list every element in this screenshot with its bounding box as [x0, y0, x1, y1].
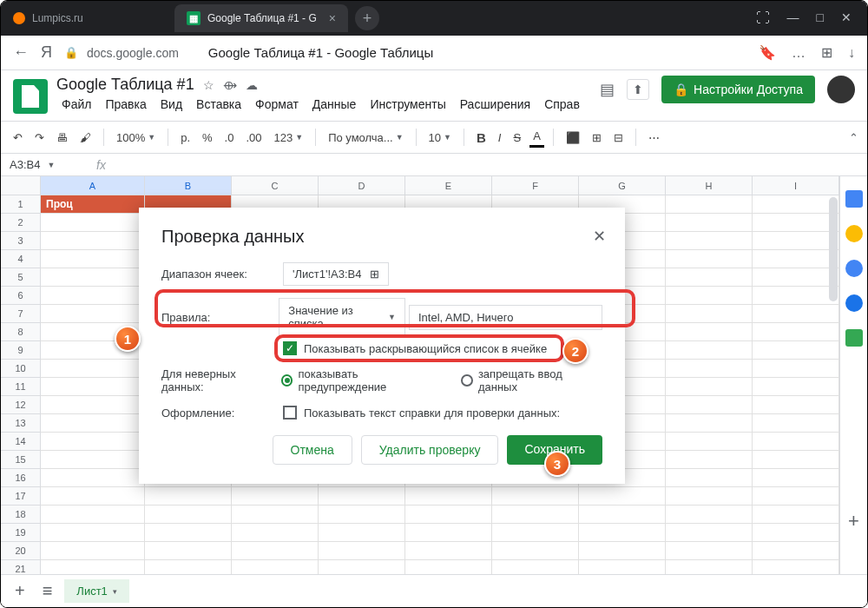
redo-button[interactable]: ↷ [31, 129, 48, 147]
cell[interactable] [579, 487, 666, 506]
menu-tools[interactable]: Инструменты [365, 96, 450, 113]
menu-file[interactable]: Файл [56, 96, 96, 113]
cell[interactable] [492, 542, 579, 560]
cell[interactable] [666, 305, 753, 323]
cell[interactable] [666, 250, 753, 268]
row-header[interactable]: 11 [1, 378, 41, 396]
cell[interactable] [666, 378, 753, 396]
row-header[interactable]: 14 [1, 433, 41, 451]
add-sheet-button[interactable]: + [10, 581, 30, 601]
cell[interactable] [405, 487, 492, 506]
row-header[interactable]: 10 [1, 360, 41, 378]
cell[interactable] [145, 524, 232, 542]
cell[interactable] [41, 414, 145, 433]
move-icon[interactable]: ⟴ [223, 78, 237, 92]
cell[interactable] [753, 195, 839, 214]
menu-insert[interactable]: Вставка [191, 96, 247, 113]
close-window-icon[interactable]: ✕ [841, 10, 852, 26]
select-all-corner[interactable] [1, 176, 41, 195]
tasks-icon[interactable] [845, 260, 863, 277]
cell[interactable] [753, 250, 839, 268]
zoom-dropdown[interactable]: 100%▼ [113, 129, 159, 147]
cell[interactable] [666, 451, 753, 469]
cell[interactable] [41, 268, 145, 287]
italic-button[interactable]: I [495, 129, 505, 147]
cell[interactable] [666, 232, 753, 250]
cell[interactable] [666, 323, 753, 341]
keep-icon[interactable] [845, 225, 863, 242]
contacts-icon[interactable] [845, 294, 863, 312]
cell[interactable] [753, 396, 839, 414]
share-button[interactable]: 🔒 Настройки Доступа [661, 76, 815, 103]
row-header[interactable]: 18 [1, 506, 41, 524]
cell[interactable] [666, 469, 753, 487]
cell[interactable] [753, 414, 839, 433]
text-color-button[interactable]: A [529, 127, 544, 148]
cell[interactable] [666, 214, 753, 232]
maximize-icon[interactable]: □ [817, 10, 824, 26]
column-header[interactable]: F [492, 176, 579, 195]
cell[interactable] [41, 469, 145, 487]
yandex-button[interactable]: Я [41, 43, 52, 62]
row-header[interactable]: 15 [1, 451, 41, 469]
menu-extensions[interactable]: Расширения [455, 96, 536, 113]
cell[interactable] [41, 287, 145, 305]
cell[interactable] [666, 268, 753, 287]
row-header[interactable]: 5 [1, 268, 41, 287]
cell[interactable] [492, 506, 579, 524]
add-on-plus-icon[interactable]: + [848, 510, 859, 532]
cell[interactable] [41, 542, 145, 560]
row-header[interactable]: 7 [1, 305, 41, 323]
cell[interactable] [753, 506, 839, 524]
strike-button[interactable]: S [510, 129, 524, 147]
cell[interactable] [145, 487, 232, 506]
column-header[interactable]: G [579, 176, 666, 195]
cell[interactable] [753, 268, 839, 287]
cell[interactable] [232, 542, 319, 560]
cell[interactable] [753, 378, 839, 396]
cell[interactable] [41, 214, 145, 232]
url-box[interactable]: 🔒 docs.google.com [64, 46, 179, 60]
rules-values-input[interactable]: Intel, AMD, Ничего [409, 305, 602, 330]
cell-range-input[interactable]: 'Лист1'!A3:B4 ⊞ [283, 262, 389, 286]
extensions-icon[interactable]: ⊞ [821, 44, 832, 61]
cell[interactable] [405, 542, 492, 560]
download-icon[interactable]: ↓ [848, 45, 855, 61]
row-header[interactable]: 9 [1, 341, 41, 360]
cell[interactable] [41, 524, 145, 542]
browser-tab-inactive[interactable]: Lumpics.ru [1, 4, 174, 32]
cell[interactable] [753, 469, 839, 487]
bookmark-icon[interactable]: 🔖 [759, 44, 776, 61]
calendar-icon[interactable] [845, 190, 863, 208]
number-format-dropdown[interactable]: 123▼ [271, 129, 307, 147]
scrollbar-vertical[interactable] [829, 197, 838, 301]
cell[interactable] [753, 341, 839, 360]
cell[interactable] [41, 396, 145, 414]
cell[interactable] [753, 542, 839, 560]
row-header[interactable]: 19 [1, 524, 41, 542]
bold-button[interactable]: B [473, 128, 490, 148]
cell[interactable] [753, 487, 839, 506]
cell[interactable] [41, 232, 145, 250]
decrease-decimal-button[interactable]: .0 [221, 129, 238, 147]
cell[interactable] [319, 542, 405, 560]
row-header[interactable]: 2 [1, 214, 41, 232]
collapse-toolbar-icon[interactable]: ⌃ [849, 131, 858, 144]
grid-picker-icon[interactable]: ⊞ [370, 268, 379, 281]
cell[interactable] [666, 341, 753, 360]
sheet-tab-active[interactable]: Лист1 ▾ [64, 579, 128, 603]
dialog-close-button[interactable]: ✕ [593, 227, 606, 246]
row-header[interactable]: 3 [1, 232, 41, 250]
row-header[interactable]: 6 [1, 287, 41, 305]
cell[interactable] [41, 433, 145, 451]
cell[interactable] [579, 506, 666, 524]
cell[interactable] [232, 487, 319, 506]
cell[interactable] [145, 542, 232, 560]
undo-button[interactable]: ↶ [10, 129, 26, 147]
new-tab-button[interactable]: + [355, 6, 379, 30]
cell[interactable] [666, 524, 753, 542]
currency-button[interactable]: р. [177, 129, 194, 147]
cell[interactable] [319, 506, 405, 524]
present-icon[interactable]: ⬆ [627, 79, 649, 100]
more-toolbar-button[interactable]: ⋯ [645, 129, 663, 147]
